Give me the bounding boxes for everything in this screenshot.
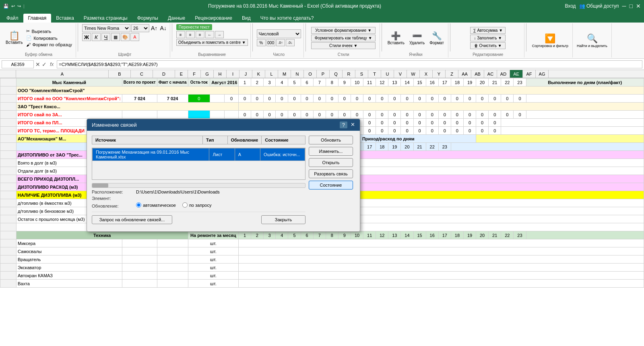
modal-body: Источник Тип Обновление Состояние Погруж…	[87, 131, 360, 231]
modal-overlay: Изменение связей ? ✕ Источник Тип Обновл…	[0, 0, 644, 346]
update-radio-group: автоматическое по запросу	[136, 202, 211, 208]
link-status-1: Ошибка: источн...	[260, 148, 305, 161]
info-update: Обновление: автоматическое по запросу	[92, 202, 305, 208]
col-update: Обновление	[227, 136, 262, 144]
modal-footer: Запрос на обновление связей... Закрыть	[92, 212, 305, 227]
modal-close-icon[interactable]: ✕	[351, 122, 355, 128]
info-location: Расположение: D:\Users\1\Downloads\Users…	[92, 189, 305, 194]
link-row-1[interactable]: Погружение Механизация на 09.01.2016 Мыс…	[93, 148, 305, 161]
break-link-btn[interactable]: Разорвать связь	[309, 169, 353, 178]
info-element: Элемент:	[92, 196, 305, 201]
open-btn[interactable]: Открыть	[309, 158, 353, 167]
modal-info-section: Расположение: D:\Users\1\Downloads\Users…	[92, 189, 305, 208]
change-btn[interactable]: Изменить...	[309, 147, 353, 156]
col-type: Тип	[202, 136, 227, 144]
col-source: Источник	[92, 136, 203, 144]
modal-title: Изменение связей	[92, 122, 137, 128]
change-links-dialog: Изменение связей ? ✕ Источник Тип Обновл…	[87, 119, 360, 232]
status-btn[interactable]: Состояние	[309, 181, 353, 189]
modal-titlebar: Изменение связей ? ✕	[87, 119, 360, 131]
modal-help-btn[interactable]: ?	[340, 122, 347, 128]
update-btn[interactable]: Обновить	[309, 136, 353, 144]
horizontal-scrollbar[interactable]	[92, 183, 305, 188]
modal-left: Источник Тип Обновление Состояние Погруж…	[92, 136, 305, 227]
links-data-table: Погружение Механизация на 09.01.2016 Мыс…	[92, 148, 305, 161]
link-source-1: Погружение Механизация на 09.01.2016 Мыс…	[93, 148, 209, 161]
links-table-body[interactable]: Погружение Механизация на 09.01.2016 Мыс…	[92, 148, 305, 180]
scrollbar-thumb	[92, 183, 108, 187]
links-table: Источник Тип Обновление Состояние	[92, 136, 305, 144]
link-type-1: Лист	[209, 148, 235, 161]
radio-manual[interactable]: по запросу	[182, 202, 211, 208]
query-update-btn[interactable]: Запрос на обновление связей...	[92, 215, 172, 224]
close-dialog-btn[interactable]: Закрыть	[261, 215, 305, 224]
radio-manual-input[interactable]	[182, 202, 188, 208]
radio-auto-input[interactable]	[136, 202, 141, 208]
link-update-1: А	[235, 148, 260, 161]
col-status: Состояние	[262, 136, 305, 144]
radio-auto[interactable]: автоматическое	[136, 202, 176, 208]
modal-buttons: Обновить Изменить... Открыть Разорвать с…	[309, 136, 355, 227]
